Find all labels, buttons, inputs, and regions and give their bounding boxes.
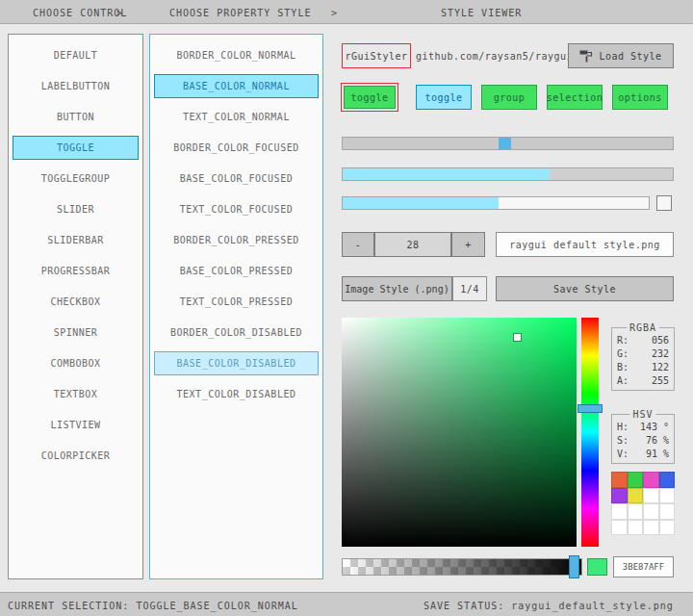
color-palette bbox=[611, 472, 675, 535]
controls-listview: DEFAULT LABELBUTTON BUTTON TOGGLE TOGGLE… bbox=[8, 34, 143, 579]
hsv-panel: HSV H: 143 ° S: 76 % V: 91 % bbox=[611, 414, 675, 464]
togglegroup-item-toggle[interactable]: toggle bbox=[416, 85, 472, 110]
rgba-red-value: 056 bbox=[652, 334, 669, 347]
style-checkbox[interactable] bbox=[656, 195, 672, 211]
header-choose-control: CHOOSE CONTROL bbox=[33, 8, 127, 18]
rgba-blue-value: 122 bbox=[652, 361, 669, 374]
spinner-decrement-button[interactable]: - bbox=[342, 232, 374, 257]
progressbar-fill bbox=[343, 197, 499, 209]
togglegroup-item-group[interactable]: group bbox=[481, 85, 537, 110]
palette-swatch[interactable] bbox=[628, 520, 644, 536]
list-item-textbox[interactable]: TEXTBOX bbox=[13, 382, 139, 406]
list-item-listview[interactable]: LISTVIEW bbox=[13, 413, 139, 437]
style-page-indicator[interactable]: 1/4 bbox=[452, 276, 487, 301]
rgba-blue-row: B: 122 bbox=[612, 361, 674, 374]
rgba-red-label: R: bbox=[617, 334, 629, 347]
palette-swatch[interactable] bbox=[643, 503, 659, 520]
header-choose-property-style: CHOOSE PROPERTY STYLE bbox=[169, 8, 311, 18]
hue-slider-handle[interactable] bbox=[578, 404, 603, 413]
palette-swatch[interactable] bbox=[643, 488, 659, 504]
prop-item-base-color-normal[interactable]: BASE_COLOR_NORMAL bbox=[154, 74, 319, 98]
save-status: SAVE STATUS: raygui_default_style.png bbox=[424, 601, 674, 611]
hsv-saturation-row: S: 76 % bbox=[612, 434, 674, 448]
header-style-viewer: STYLE VIEWER bbox=[441, 8, 522, 18]
list-item-progressbar[interactable]: PROGRESSBAR bbox=[13, 259, 139, 283]
palette-swatch[interactable] bbox=[659, 488, 676, 504]
palette-swatch[interactable] bbox=[611, 488, 628, 504]
repo-link[interactable]: github.com/raysan5/raygui bbox=[416, 43, 570, 68]
style-slider[interactable] bbox=[342, 137, 674, 150]
prop-item-border-color-normal[interactable]: BORDER_COLOR_NORMAL bbox=[154, 43, 319, 67]
palette-swatch[interactable] bbox=[643, 472, 659, 488]
hsv-hue-value: 143 ° bbox=[640, 421, 669, 434]
togglegroup-item-selection[interactable]: selection bbox=[547, 85, 603, 110]
list-item-sliderbar[interactable]: SLIDERBAR bbox=[13, 228, 139, 252]
brand-label: rGuiStyler bbox=[342, 43, 411, 68]
rguistyler-window: CHOOSE CONTROL > CHOOSE PROPERTY STYLE >… bbox=[0, 0, 693, 616]
style-progressbar bbox=[342, 196, 650, 210]
alpha-slider-handle[interactable] bbox=[569, 555, 579, 578]
palette-swatch[interactable] bbox=[659, 503, 676, 520]
load-style-label: Load Style bbox=[599, 51, 661, 62]
hsv-hue-row: H: 143 ° bbox=[612, 421, 674, 434]
toggle-preview-button[interactable]: toggle bbox=[344, 86, 396, 109]
hsv-value-row: V: 91 % bbox=[612, 448, 674, 461]
prop-item-base-color-disabled[interactable]: BASE_COLOR_DISABLED bbox=[154, 351, 319, 375]
list-item-colorpicker[interactable]: COLORPICKER bbox=[13, 444, 139, 468]
prop-item-base-color-pressed[interactable]: BASE_COLOR_PRESSED bbox=[154, 259, 319, 283]
prop-item-text-color-pressed[interactable]: TEXT_COLOR_PRESSED bbox=[154, 290, 319, 314]
prop-item-base-color-focused[interactable]: BASE_COLOR_FOCUSED bbox=[154, 167, 319, 191]
rgba-panel-title: RGBA bbox=[627, 322, 659, 333]
prop-item-text-color-focused[interactable]: TEXT_COLOR_FOCUSED bbox=[154, 197, 319, 221]
palette-swatch[interactable] bbox=[628, 472, 644, 488]
hue-bar[interactable] bbox=[581, 318, 599, 547]
prop-item-border-color-disabled[interactable]: BORDER_COLOR_DISABLED bbox=[154, 321, 319, 345]
palette-swatch[interactable] bbox=[611, 472, 628, 488]
save-style-button[interactable]: Save Style bbox=[496, 276, 674, 301]
image-style-button[interactable]: Image Style (.png) bbox=[342, 276, 452, 301]
prop-item-text-color-normal[interactable]: TEXT_COLOR_NORMAL bbox=[154, 105, 319, 129]
chevron-separator-icon: > bbox=[331, 8, 338, 18]
prop-item-border-color-pressed[interactable]: BORDER_COLOR_PRESSED bbox=[154, 228, 319, 252]
list-item-checkbox[interactable]: CHECKBOX bbox=[13, 290, 139, 314]
paint-roller-icon bbox=[579, 49, 593, 63]
list-item-default[interactable]: DEFAULT bbox=[13, 43, 139, 67]
properties-listview: BORDER_COLOR_NORMAL BASE_COLOR_NORMAL TE… bbox=[149, 34, 323, 579]
palette-swatch[interactable] bbox=[628, 488, 644, 504]
palette-swatch[interactable] bbox=[659, 472, 676, 488]
list-item-button[interactable]: BUTTON bbox=[13, 105, 139, 129]
hsv-hue-label: H: bbox=[617, 421, 629, 434]
hsv-saturation-label: S: bbox=[617, 434, 629, 448]
hex-color-input[interactable] bbox=[613, 556, 674, 578]
list-item-togglegroup[interactable]: TOGGLEGROUP bbox=[13, 167, 139, 191]
style-sliderbar[interactable] bbox=[342, 167, 674, 181]
color-picker-gradient[interactable] bbox=[342, 318, 577, 547]
list-item-labelbutton[interactable]: LABELBUTTON bbox=[13, 74, 139, 98]
prop-item-border-color-focused[interactable]: BORDER_COLOR_FOCUSED bbox=[154, 136, 319, 160]
status-bar: CURRENT SELECTION: TOGGLE_BASE_COLOR_NOR… bbox=[0, 592, 693, 616]
palette-swatch[interactable] bbox=[659, 520, 676, 536]
spinner-value[interactable]: 28 bbox=[374, 232, 451, 257]
list-item-combobox[interactable]: COMBOBOX bbox=[13, 351, 139, 375]
slider-handle[interactable] bbox=[499, 138, 511, 149]
rgba-blue-label: B: bbox=[617, 361, 629, 374]
palette-swatch[interactable] bbox=[643, 520, 659, 536]
palette-swatch[interactable] bbox=[611, 503, 628, 520]
spinner-increment-button[interactable]: + bbox=[451, 232, 485, 257]
palette-swatch[interactable] bbox=[611, 520, 628, 536]
list-item-spinner[interactable]: SPINNER bbox=[13, 321, 139, 345]
filename-input[interactable] bbox=[496, 232, 674, 257]
list-item-slider[interactable]: SLIDER bbox=[13, 197, 139, 221]
togglegroup-item-options[interactable]: options bbox=[612, 85, 668, 110]
sliderbar-fill bbox=[343, 168, 550, 180]
load-style-button[interactable]: Load Style bbox=[568, 43, 674, 68]
alpha-bar[interactable] bbox=[342, 558, 582, 576]
list-item-toggle[interactable]: TOGGLE bbox=[13, 136, 139, 160]
header-bar: CHOOSE CONTROL > CHOOSE PROPERTY STYLE >… bbox=[0, 0, 693, 24]
current-selection-status: CURRENT SELECTION: TOGGLE_BASE_COLOR_NOR… bbox=[8, 601, 298, 611]
palette-swatch[interactable] bbox=[628, 503, 644, 520]
color-picker-cursor[interactable] bbox=[514, 334, 521, 341]
rgba-green-label: G: bbox=[617, 347, 629, 361]
prop-item-text-color-disabled[interactable]: TEXT_COLOR_DISABLED bbox=[154, 382, 319, 406]
hsv-value-label: V: bbox=[617, 448, 629, 461]
